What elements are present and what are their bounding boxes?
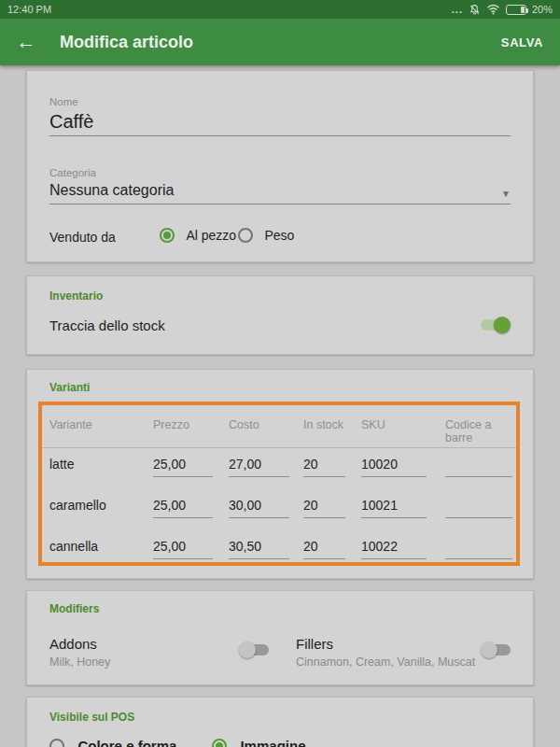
radio-unselected-icon <box>238 228 253 243</box>
radio-al-pezzo[interactable]: Al pezzo <box>160 226 236 243</box>
table-header-divider <box>42 447 516 448</box>
visibile-sul-pos-title: Visibile sul POS <box>49 711 134 724</box>
col-header-variante: Variante <box>49 418 92 431</box>
varianti-card: Varianti Variante Prezzo Costo In stock … <box>26 369 534 579</box>
mute-icon <box>469 4 481 16</box>
more-notifications-icon: ... <box>452 4 463 15</box>
page-title: Modifica articolo <box>60 33 193 52</box>
radio-peso[interactable]: Peso <box>238 226 294 243</box>
costo-input[interactable]: 27,00 <box>229 457 289 477</box>
codice-a-barre-input[interactable] <box>445 498 512 518</box>
prezzo-input[interactable]: 25,00 <box>153 539 213 559</box>
categoria-select[interactable]: Nessuna categoria <box>49 182 511 204</box>
prezzo-input[interactable]: 25,00 <box>153 457 213 477</box>
prezzo-input[interactable]: 25,00 <box>153 498 213 518</box>
fillers-toggle[interactable] <box>481 641 512 659</box>
sku-input[interactable]: 10022 <box>361 539 427 559</box>
sku-input[interactable]: 10020 <box>361 457 427 477</box>
col-header-costo: Costo <box>229 418 259 431</box>
inventario-title: Inventario <box>49 289 103 303</box>
categoria-label: Categoria <box>49 167 96 178</box>
in-stock-input[interactable]: 20 <box>303 539 345 559</box>
battery-percent: 20% <box>532 4 553 15</box>
visibile-sul-pos-card: Visibile sul POS Colore e forma Immagine <box>26 697 534 747</box>
codice-a-barre-input[interactable] <box>445 539 512 559</box>
fillers-label: Fillers <box>296 636 333 652</box>
addons-options: Milk, Honey <box>49 655 110 669</box>
varianti-title: Varianti <box>49 381 90 394</box>
radio-selected-icon <box>160 228 175 243</box>
traccia-stock-toggle[interactable] <box>479 316 511 334</box>
chevron-down-icon[interactable]: ▼ <box>501 189 511 199</box>
modifiers-title: Modifiers <box>49 602 99 615</box>
col-header-sku: SKU <box>361 418 385 431</box>
radio-selected-icon <box>212 739 227 747</box>
in-stock-input[interactable]: 20 <box>303 457 345 477</box>
in-stock-input[interactable]: 20 <box>303 498 345 518</box>
wifi-icon <box>486 4 500 15</box>
radio-colore-e-forma[interactable]: Colore e forma <box>49 737 176 747</box>
status-bar: 12:40 PM ... 20% <box>0 0 560 19</box>
variant-name: caramello <box>49 498 106 513</box>
clock: 12:40 PM <box>7 4 51 15</box>
variant-name: latte <box>49 457 74 472</box>
nome-label: Nome <box>49 96 78 107</box>
venduto-da-label: Venduto da <box>49 230 116 245</box>
addons-label: Addons <box>49 636 97 652</box>
variant-name: cannella <box>49 539 98 554</box>
inventario-card: Inventario Traccia dello stock <box>26 275 534 355</box>
variants-table-highlight: Variante Prezzo Costo In stock SKU Codic… <box>38 402 520 566</box>
battery-icon <box>506 5 526 15</box>
item-details-card: Nome Caffè Categoria Nessuna categoria ▼… <box>26 70 534 262</box>
costo-input[interactable]: 30,50 <box>229 539 289 559</box>
back-arrow-icon[interactable]: ← <box>15 31 37 53</box>
save-button[interactable]: SALVA <box>501 35 543 49</box>
traccia-stock-label: Traccia dello stock <box>49 317 165 333</box>
modifiers-card: Modifiers Addons Milk, Honey Fillers Cin… <box>26 590 534 685</box>
sku-input[interactable]: 10021 <box>361 498 427 518</box>
costo-input[interactable]: 30,00 <box>229 498 289 518</box>
radio-unselected-icon <box>49 739 64 747</box>
col-header-in-stock: In stock <box>303 418 343 431</box>
app-bar: ← Modifica articolo SALVA <box>0 19 560 65</box>
fillers-options: Cinnamon, Cream, Vanilla, Muscat <box>296 655 475 669</box>
radio-immagine[interactable]: Immagine <box>212 737 305 747</box>
addons-toggle[interactable] <box>239 641 271 659</box>
col-header-prezzo: Prezzo <box>153 418 189 431</box>
nome-input[interactable]: Caffè <box>49 111 511 136</box>
col-header-codice-a-barre: Codice a barre <box>445 418 516 444</box>
codice-a-barre-input[interactable] <box>445 457 512 477</box>
